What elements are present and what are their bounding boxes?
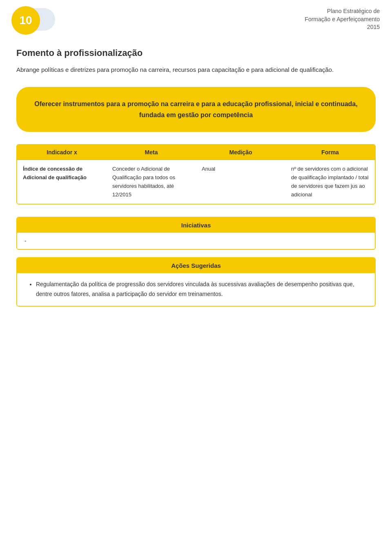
header-title-block: Plano Estratégico de Formação e Aperfeiç… (305, 7, 380, 31)
table-cell-meta: Conceder o Adicional de Qualificação par… (107, 160, 196, 204)
table-body-row: Índice de concessão de Adicional de qual… (17, 160, 375, 204)
header-title-line3: 2015 (305, 23, 380, 31)
section-title: Fomento à profissionalização (16, 48, 376, 58)
yellow-box-text: Oferecer instrumentos para a promoção na… (33, 98, 359, 120)
page-header: 10 Plano Estratégico de Formação e Aperf… (0, 0, 392, 36)
acoes-header: Ações Sugeridas (17, 258, 375, 273)
header-title-line2: Formação e Aperfeiçoamento (305, 16, 380, 24)
acoes-list: Regulamentação da política de progressão… (36, 280, 365, 299)
acoes-list-item: Regulamentação da política de progressão… (36, 280, 365, 299)
intro-text: Abrange políticas e diretrizes para prom… (16, 65, 376, 75)
page-number: 10 (19, 14, 32, 27)
indicator-table: Indicador x Meta Medição Forma Índice de… (16, 144, 376, 205)
table-header-meta: Meta (107, 145, 196, 160)
table-header-medicao: Medição (196, 145, 285, 160)
table-header-indicador: Indicador x (17, 145, 107, 160)
table-cell-forma: nº de servidores com o adicional de qual… (285, 160, 375, 204)
acoes-block: Ações Sugeridas Regulamentação da políti… (16, 257, 376, 307)
main-content: Fomento à profissionalização Abrange pol… (0, 36, 392, 327)
iniciativas-header: Iniciativas (17, 218, 375, 233)
page-number-badge: 10 (11, 6, 40, 35)
table-header-row: Indicador x Meta Medição Forma (17, 145, 375, 160)
acoes-body: Regulamentação da política de progressão… (17, 273, 375, 306)
yellow-highlight-box: Oferecer instrumentos para a promoção na… (16, 87, 376, 132)
iniciativas-body: - (17, 233, 375, 249)
table-cell-indicator: Índice de concessão de Adicional de qual… (17, 160, 107, 204)
table-header-forma: Forma (285, 145, 375, 160)
table-cell-medicao: Anual (196, 160, 285, 204)
header-title-line1: Plano Estratégico de (305, 7, 380, 16)
iniciativas-block: Iniciativas - (16, 217, 376, 250)
